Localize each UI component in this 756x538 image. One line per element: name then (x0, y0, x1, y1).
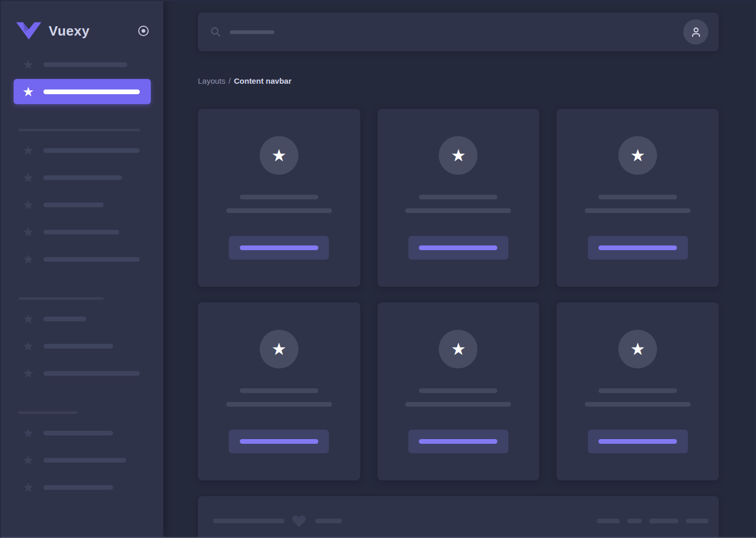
app-window: Vuexy ★★★★★★★★★★★★★ (0, 0, 756, 538)
card-avatar: ★ (260, 136, 298, 175)
card-text-skeleton (405, 402, 511, 407)
sidebar-item[interactable]: ★ (14, 305, 151, 332)
footer-link-skeleton (597, 519, 620, 523)
card-button[interactable] (588, 430, 688, 453)
sidebar-item[interactable]: ★ (14, 446, 151, 474)
footer-link-skeleton (627, 519, 642, 523)
star-icon: ★ (22, 253, 35, 266)
menu-pin-icon[interactable] (137, 25, 150, 37)
breadcrumb-section[interactable]: Layouts (198, 76, 226, 85)
star-icon: ★ (22, 171, 35, 184)
star-icon: ★ (271, 341, 286, 357)
sidebar-item[interactable]: ★ (14, 51, 151, 78)
card-title-skeleton (240, 388, 318, 393)
card-button[interactable] (229, 430, 329, 453)
sidebar-item[interactable]: ★ (14, 419, 151, 446)
menu-label-skeleton (43, 431, 113, 435)
app-title: Vuexy (49, 23, 90, 39)
menu-section-divider (18, 129, 140, 131)
card-text-skeleton (585, 208, 691, 213)
sidebar-item[interactable]: ★ (14, 164, 151, 191)
star-icon: ★ (22, 340, 35, 353)
card-avatar: ★ (439, 136, 477, 175)
menu-label-skeleton (43, 257, 140, 262)
vuexy-logo-icon (16, 22, 41, 40)
breadcrumb-separator: / (229, 76, 231, 85)
sidebar-item-active[interactable]: ★ (14, 79, 151, 104)
footer-link-skeleton (686, 519, 708, 523)
menu-label-skeleton (43, 458, 126, 463)
menu-section-divider (18, 297, 104, 300)
menu-label-skeleton (43, 62, 127, 67)
footer-links (597, 519, 708, 523)
sidebar-item[interactable]: ★ (14, 191, 151, 218)
card-button[interactable] (408, 430, 508, 453)
content-card: ★ (198, 109, 360, 287)
footer-text-skeleton (315, 519, 342, 523)
star-icon: ★ (22, 144, 35, 157)
menu-label-skeleton (43, 175, 122, 180)
star-icon: ★ (451, 341, 466, 357)
button-label-skeleton (598, 439, 677, 444)
card-title-skeleton (419, 388, 497, 393)
card-avatar: ★ (618, 330, 657, 368)
sidebar-item[interactable]: ★ (14, 245, 151, 273)
search-icon[interactable] (210, 26, 221, 38)
search-placeholder-skeleton (230, 30, 274, 34)
sidebar-item[interactable]: ★ (14, 137, 151, 164)
star-icon: ★ (22, 481, 35, 494)
card-text-skeleton (585, 402, 691, 407)
menu-label-skeleton (43, 148, 140, 153)
star-icon: ★ (22, 226, 35, 239)
menu-label-skeleton (43, 344, 113, 349)
content-card: ★ (377, 302, 540, 480)
card-button[interactable] (229, 236, 329, 260)
menu-label-skeleton (43, 317, 86, 321)
footer-card (198, 496, 719, 538)
menu-section-divider (18, 411, 77, 414)
star-icon: ★ (22, 58, 35, 71)
sidebar-item[interactable]: ★ (14, 332, 151, 360)
menu-label-skeleton (43, 485, 113, 490)
heart-icon (291, 513, 307, 529)
sidebar-item[interactable]: ★ (14, 218, 151, 245)
user-avatar[interactable] (683, 19, 708, 44)
star-icon: ★ (451, 147, 466, 164)
button-label-skeleton (419, 439, 497, 444)
menu-label-skeleton (43, 89, 140, 94)
sidebar-item[interactable]: ★ (14, 360, 151, 387)
star-icon: ★ (630, 341, 646, 357)
card-text-skeleton (405, 208, 511, 213)
sidebar: Vuexy ★★★★★★★★★★★★★ (1, 1, 163, 537)
main-content: Layouts/Content navbar ★ ★ (163, 1, 755, 537)
card-text-skeleton (226, 208, 332, 213)
content-card: ★ (557, 109, 719, 287)
button-label-skeleton (419, 245, 497, 250)
star-icon: ★ (630, 147, 646, 164)
content-card: ★ (198, 302, 360, 480)
card-button[interactable] (408, 236, 508, 260)
sidebar-menu: ★★★★★★★★★★★★★ (1, 43, 163, 501)
footer-row (213, 513, 708, 529)
card-title-skeleton (419, 195, 497, 199)
card-text-skeleton (226, 402, 332, 407)
content-card: ★ (557, 302, 719, 480)
card-grid: ★ ★ ★ (198, 109, 719, 480)
footer-text-skeleton (213, 519, 284, 523)
menu-label-skeleton (43, 203, 104, 207)
breadcrumb-current: Content navbar (234, 76, 292, 85)
card-button[interactable] (588, 236, 688, 260)
sidebar-header: Vuexy (1, 1, 163, 43)
sidebar-item[interactable]: ★ (14, 474, 151, 501)
star-icon: ★ (22, 367, 35, 380)
star-icon: ★ (22, 198, 35, 211)
footer-link-skeleton (649, 519, 679, 523)
star-icon: ★ (271, 147, 286, 164)
button-label-skeleton (598, 245, 677, 250)
star-icon: ★ (22, 454, 35, 467)
card-avatar: ★ (260, 330, 298, 368)
star-icon: ★ (22, 312, 35, 326)
card-title-skeleton (598, 195, 677, 199)
breadcrumb: Layouts/Content navbar (198, 77, 719, 85)
card-title-skeleton (598, 388, 677, 393)
